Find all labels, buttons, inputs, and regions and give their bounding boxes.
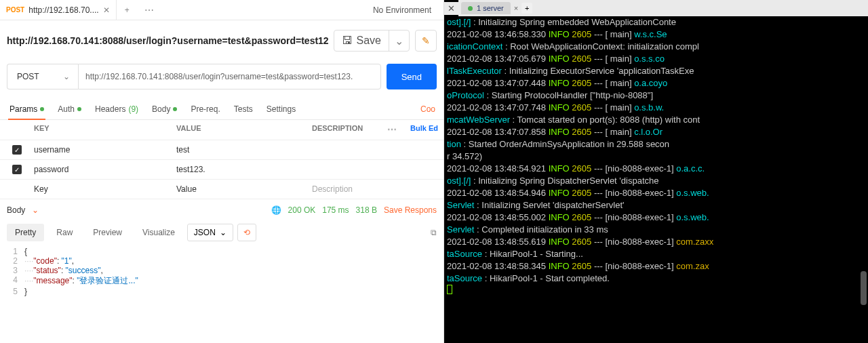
tab-title: http://192.168.70.... [28,5,98,15]
param-value[interactable]: test [176,145,312,155]
checkbox[interactable]: ✓ [12,165,22,174]
tab-settings[interactable]: Settings [265,101,297,117]
param-desc-input[interactable]: Description [312,184,443,194]
col-value: VALUE [176,124,312,135]
param-value[interactable]: test123. [176,165,312,174]
checkbox[interactable]: ✓ [12,145,22,155]
close-icon[interactable]: ✕ [103,5,110,15]
visualize-tab[interactable]: Visualize [134,224,183,241]
terminal-output[interactable]: ost].[/] : Initializing Spring embedded … [444,16,868,343]
tab-body[interactable]: Body [151,101,178,117]
pretty-tab[interactable]: Pretty [7,224,44,241]
environment-select[interactable]: No Environment [361,5,443,15]
status-dot-icon [468,6,473,11]
param-row: ✓ username test [0,140,443,160]
col-desc: DESCRIPTION [312,124,379,135]
param-key[interactable]: password [34,165,176,174]
close-terminal-icon[interactable]: × [512,4,520,12]
save-icon: 🖫 [342,35,353,47]
tab-bar: POST http://192.168.70.... ✕ + ⋯ No Envi… [0,0,443,20]
tab-params[interactable]: Params [8,101,45,117]
raw-tab[interactable]: Raw [48,224,81,241]
copy-icon[interactable]: ⧉ [431,228,437,237]
tab-tests[interactable]: Tests [233,101,254,117]
globe-icon[interactable]: 🌐 [271,205,281,215]
bulk-edit-button[interactable]: Bulk Ed [405,124,443,135]
chevron-down-icon: ⌄ [63,72,70,81]
param-key[interactable]: username [34,145,176,155]
request-name: http://192.168.70.141:8088/user/login?us… [7,35,328,46]
tab-prereq[interactable]: Pre-req. [189,101,221,117]
new-terminal-button[interactable]: + [521,3,532,14]
response-time: 175 ms [322,205,349,215]
format-select[interactable]: JSON⌄ [187,224,233,241]
method-select[interactable]: POST ⌄ [7,64,78,89]
cookies-link[interactable]: Coo [420,104,435,114]
scrollbar[interactable] [861,271,867,305]
terminal-tab[interactable]: 1 server [461,2,511,14]
response-body[interactable]: 1{ 2····"code": "1", 3····"status": "suc… [0,244,443,299]
save-response-button[interactable]: Save Respons [384,205,437,215]
response-body-tab[interactable]: Body [7,205,25,215]
param-key-input[interactable]: Key [34,184,176,194]
param-row-empty: Key Value Description [0,180,443,199]
edit-button[interactable]: ✎ [415,30,437,52]
send-button[interactable]: Send [387,64,437,89]
preview-tab[interactable]: Preview [85,224,130,241]
panel-close-icon[interactable]: ✕ [444,2,458,15]
param-value-input[interactable]: Value [176,184,312,194]
tab-auth[interactable]: Auth [56,101,83,117]
new-tab-button[interactable]: + [117,5,138,15]
save-button[interactable]: 🖫Save ⌄ [334,30,410,52]
tab-headers[interactable]: Headers(9) [94,101,140,117]
tab-menu-icon[interactable]: ⋯ [138,5,161,16]
save-dropdown[interactable]: ⌄ [389,35,409,47]
param-row: ✓ password test123. [0,160,443,180]
status-code: 200 OK [288,205,316,215]
chevron-down-icon[interactable]: ⌄ [32,205,39,215]
tab-method: POST [6,6,24,14]
response-size: 318 B [356,205,377,215]
wrap-icon[interactable]: ⟲ [237,224,256,241]
url-input[interactable]: http://192.168.70.141:8088/user/login?us… [78,64,381,89]
col-key: KEY [34,124,176,135]
request-tab[interactable]: POST http://192.168.70.... ✕ [0,0,117,20]
more-icon[interactable]: ⋯ [379,124,405,135]
